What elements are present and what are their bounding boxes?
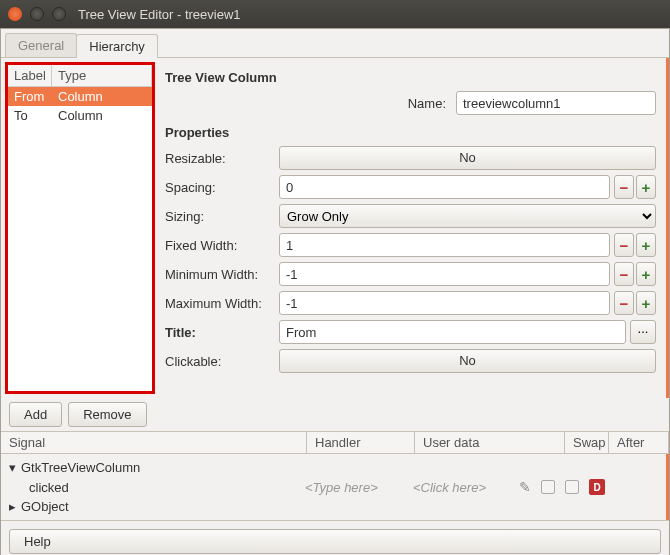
title-input[interactable] [279,320,626,344]
properties-heading: Properties [165,125,656,140]
chevron-down-icon[interactable]: ▾ [9,460,21,475]
spacing-input[interactable] [279,175,610,199]
col-swap[interactable]: Swap [565,432,609,453]
fixed-width-label: Fixed Width: [165,238,275,253]
col-userdata[interactable]: User data [415,432,565,453]
columns-tree[interactable]: Label Type From Column To Column [5,62,155,394]
header-label[interactable]: Label [8,65,52,86]
sizing-label: Sizing: [165,209,275,224]
plus-icon[interactable]: + [636,233,656,257]
clickable-label: Clickable: [165,354,275,369]
signal-group[interactable]: ▾ GtkTreeViewColumn [9,458,658,477]
plus-icon[interactable]: + [636,262,656,286]
name-input[interactable] [456,91,656,115]
max-width-label: Maximum Width: [165,296,275,311]
remove-button[interactable]: Remove [68,402,146,427]
title-label: Title: [165,325,275,340]
fixed-width-input[interactable] [279,233,610,257]
after-checkbox[interactable] [565,480,579,494]
col-after[interactable]: After [609,432,669,453]
chevron-right-icon[interactable]: ▸ [9,499,21,514]
signals-header: Signal Handler User data Swap After [1,432,669,454]
min-width-input[interactable] [279,262,610,286]
column-row[interactable]: From Column [8,87,152,106]
help-button[interactable]: Help [9,529,661,554]
tab-bar: General Hierarchy [1,29,669,58]
signal-group[interactable]: ▸ GObject [9,497,658,516]
pencil-icon[interactable]: ✎ [519,479,531,495]
titlebar: Tree View Editor - treeview1 [0,0,670,28]
section-heading: Tree View Column [165,70,656,85]
signal-row[interactable]: clicked <Type here> <Click here> ✎ D [9,477,658,497]
minus-icon[interactable]: − [614,175,634,199]
window-title: Tree View Editor - treeview1 [78,7,241,22]
spacing-label: Spacing: [165,180,275,195]
max-width-input[interactable] [279,291,610,315]
clickable-toggle[interactable]: No [279,349,656,373]
scrollbar[interactable] [666,454,669,520]
title-edit-button[interactable]: ... [630,320,656,344]
plus-icon[interactable]: + [636,291,656,315]
tab-hierarchy[interactable]: Hierarchy [76,34,158,58]
scrollbar[interactable] [666,58,669,398]
minus-icon[interactable]: − [614,291,634,315]
minimize-icon[interactable] [30,7,44,21]
swap-checkbox[interactable] [541,480,555,494]
sizing-select[interactable]: Grow Only [279,204,656,228]
add-button[interactable]: Add [9,402,62,427]
tab-general[interactable]: General [5,33,77,57]
close-icon[interactable] [8,7,22,21]
maximize-icon[interactable] [52,7,66,21]
col-handler[interactable]: Handler [307,432,415,453]
resizable-label: Resizable: [165,151,275,166]
handler-input[interactable]: <Type here> [305,480,413,495]
min-width-label: Minimum Width: [165,267,275,282]
plus-icon[interactable]: + [636,175,656,199]
header-type[interactable]: Type [52,65,152,86]
minus-icon[interactable]: − [614,262,634,286]
name-label: Name: [408,96,446,111]
minus-icon[interactable]: − [614,233,634,257]
userdata-input[interactable]: <Click here> [413,480,519,495]
delete-icon[interactable]: D [589,479,605,495]
column-row[interactable]: To Column [8,106,152,125]
col-signal[interactable]: Signal [1,432,307,453]
columns-tree-header: Label Type [8,65,152,87]
resizable-toggle[interactable]: No [279,146,656,170]
